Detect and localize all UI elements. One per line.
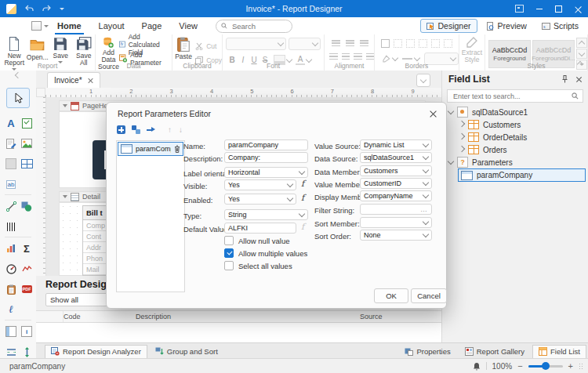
select-all-values-checkbox[interactable]: Select all values	[224, 261, 292, 270]
zoom-in-button[interactable]: +	[568, 361, 573, 371]
checkbox-tool[interactable]	[20, 116, 34, 130]
border-bottom-icon[interactable]	[444, 39, 452, 48]
cross-band-line-tool[interactable]	[20, 345, 34, 359]
display-member-select[interactable]: CompanyName	[360, 190, 432, 201]
move-up-icon[interactable]: ↑	[168, 125, 172, 134]
border-color-caret-icon[interactable]	[391, 55, 397, 61]
zoom-slider-thumb[interactable]	[542, 362, 550, 370]
dock-tab-report-gallery[interactable]: Report Gallery	[459, 345, 531, 359]
redo-icon[interactable]	[42, 5, 51, 13]
minimize-button[interactable]	[529, 0, 549, 17]
sort-order-select[interactable]: None	[360, 230, 432, 241]
checkbox-unchecked-icon[interactable]	[224, 261, 234, 270]
sparkline-tool[interactable]	[20, 262, 34, 276]
cut-button[interactable]: Cut	[195, 41, 222, 51]
line-tool[interactable]	[4, 199, 18, 213]
notifications-bell-icon[interactable]	[473, 362, 481, 371]
delete-parameter-icon[interactable]	[174, 145, 180, 153]
border-all-icon[interactable]	[381, 39, 390, 48]
tab-view[interactable]: View	[170, 17, 206, 34]
enabled-expression-button[interactable]: f	[301, 193, 304, 203]
band-collapse-icon[interactable]	[63, 195, 67, 198]
border-left-icon[interactable]	[406, 39, 415, 48]
ribbon-search-box[interactable]	[216, 20, 292, 33]
chevron-down-icon[interactable]	[448, 108, 454, 114]
align-justify-icon[interactable]	[366, 53, 375, 60]
font-name-select[interactable]	[226, 38, 286, 50]
zoom-out-button[interactable]: −	[517, 361, 522, 371]
tree-item-customers[interactable]: Customers	[442, 118, 588, 131]
app-icon[interactable]	[6, 4, 16, 14]
tab-close-icon[interactable]	[88, 78, 93, 83]
field-list-search-box[interactable]	[447, 89, 583, 103]
data-member-select[interactable]: Customers	[360, 165, 432, 176]
tree-item-orders[interactable]: Orders	[442, 143, 588, 156]
chevron-down-icon[interactable]	[448, 158, 454, 165]
value-member-select[interactable]: CustomerID	[360, 178, 432, 189]
dock-tab-properties[interactable]: Properties	[398, 345, 456, 359]
line-style-icon[interactable]	[402, 58, 413, 60]
field-list-search-input[interactable]	[452, 92, 572, 101]
tab-list-button[interactable]	[416, 74, 430, 87]
panel-tool[interactable]	[4, 157, 18, 171]
gauge-tool[interactable]	[4, 262, 18, 276]
chevron-right-icon[interactable]	[459, 146, 465, 152]
tab-layout[interactable]: Layout	[90, 17, 133, 34]
parameter-list-item[interactable]: paramCompany	[118, 142, 183, 156]
parameter-list[interactable]: paramCompany	[116, 140, 185, 292]
pointer-tool[interactable]	[6, 88, 30, 108]
font-size-select[interactable]	[289, 38, 321, 50]
picture-box-tool[interactable]	[20, 136, 34, 150]
subreport-tool[interactable]	[4, 324, 18, 339]
pdf-content-tool[interactable]: PDF	[20, 282, 34, 296]
align-bottom-icon[interactable]	[360, 40, 368, 47]
add-separator-icon[interactable]	[147, 125, 155, 134]
rich-text-tool[interactable]	[4, 136, 18, 150]
pivot-grid-tool[interactable]: Σ	[20, 241, 34, 255]
align-left-icon[interactable]	[329, 53, 338, 60]
allow-null-value-checkbox[interactable]: Allow null value	[224, 236, 289, 245]
zoom-slider[interactable]	[528, 365, 563, 368]
close-button[interactable]	[568, 0, 588, 17]
checkbox-unchecked-icon[interactable]	[224, 236, 234, 245]
ribbon-collapse-button[interactable]	[578, 60, 583, 68]
signature-tool[interactable]: ℓ	[4, 302, 18, 317]
border-top-icon[interactable]	[419, 39, 427, 48]
checkbox-checked-icon[interactable]	[224, 248, 234, 258]
shape-tool[interactable]	[20, 199, 34, 213]
line-style-caret-icon[interactable]	[414, 55, 420, 61]
name-input[interactable]: paramCompany	[224, 139, 308, 150]
ribbon-options-button[interactable]	[510, 0, 529, 17]
attachment-tool[interactable]	[4, 282, 18, 296]
designer-button[interactable]: Designer	[420, 19, 477, 33]
visible-select[interactable]: Yes	[224, 179, 296, 190]
dock-tab-report-design-analyzer[interactable]: Report Design Analyzer	[45, 345, 147, 359]
maximize-button[interactable]	[549, 0, 568, 17]
qat-customize-caret-icon[interactable]	[60, 8, 64, 10]
page-break-tool[interactable]	[4, 345, 18, 359]
add-calculated-field-button[interactable]: fx Add Calculated Field	[119, 39, 172, 49]
move-down-icon[interactable]: ↓	[179, 125, 183, 134]
default-value-expression-button[interactable]: f	[301, 222, 304, 232]
data-source-select[interactable]: sqlDataSource1	[360, 152, 432, 163]
allow-multiple-values-checkbox[interactable]: Allow multiple values	[224, 248, 307, 258]
page-info-tool[interactable]: i	[20, 324, 34, 339]
dock-tab-group-and-sort[interactable]: Group and Sort	[149, 345, 224, 359]
extract-style-button[interactable]: Extract Style	[459, 34, 485, 63]
tree-item-sqldatasource1[interactable]: sqlDataSource1	[442, 106, 588, 118]
barcode-tool[interactable]	[4, 219, 18, 234]
column-header-code[interactable]: Code	[64, 313, 136, 320]
table-tool[interactable]	[20, 157, 34, 171]
add-cascading-parameter-icon[interactable]	[132, 125, 140, 134]
tree-item-parameters[interactable]: ? Parameters	[442, 156, 588, 168]
undo-icon[interactable]	[25, 5, 34, 13]
enabled-select[interactable]: Yes	[224, 194, 296, 205]
align-top-icon[interactable]	[332, 40, 340, 47]
label-tool[interactable]: A	[4, 116, 18, 130]
sort-member-select[interactable]	[360, 217, 432, 228]
align-right-icon[interactable]	[354, 53, 362, 60]
close-panel-icon[interactable]	[575, 76, 582, 82]
label-orientation-select[interactable]: Horizontal	[224, 167, 308, 178]
chevron-right-icon[interactable]	[459, 133, 465, 139]
align-middle-icon[interactable]	[346, 40, 354, 47]
